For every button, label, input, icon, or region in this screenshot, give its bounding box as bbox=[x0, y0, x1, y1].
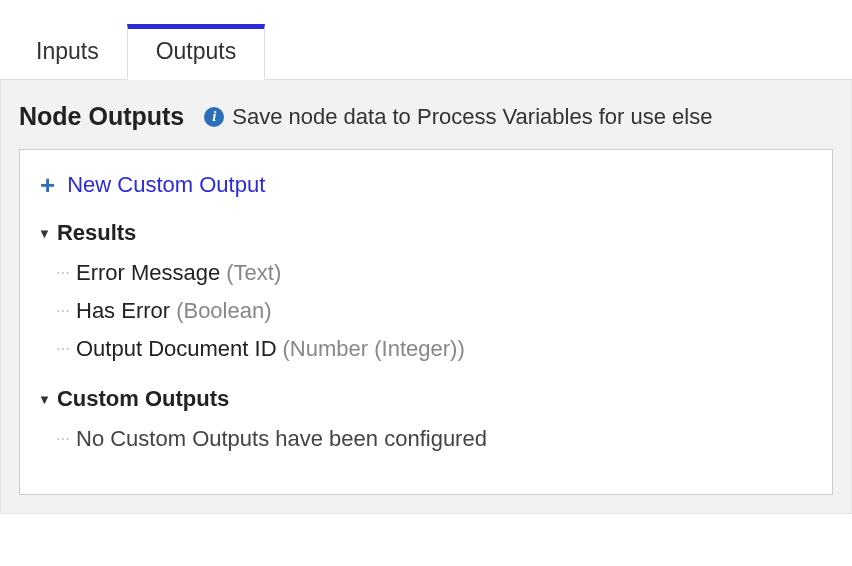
custom-outputs-empty-text: No Custom Outputs have been configured bbox=[76, 426, 487, 452]
result-item-output-document-id[interactable]: Output Document ID (Number (Integer)) bbox=[44, 330, 814, 368]
panel-header: Node Outputs i Save node data to Process… bbox=[1, 80, 851, 149]
tree-branch-icon bbox=[56, 265, 68, 281]
result-item-has-error[interactable]: Has Error (Boolean) bbox=[44, 292, 814, 330]
tab-outputs[interactable]: Outputs bbox=[127, 24, 266, 80]
plus-icon: + bbox=[40, 172, 55, 198]
tree-branch-icon bbox=[56, 431, 68, 447]
custom-outputs-items: No Custom Outputs have been configured bbox=[44, 420, 814, 458]
node-outputs-panel: Node Outputs i Save node data to Process… bbox=[0, 80, 852, 514]
result-item-label: Error Message bbox=[76, 260, 220, 286]
custom-outputs-empty: No Custom Outputs have been configured bbox=[44, 420, 814, 458]
results-items: Error Message (Text) Has Error (Boolean)… bbox=[44, 254, 814, 368]
custom-outputs-section: ▼ Custom Outputs No Custom Outputs have … bbox=[38, 386, 814, 458]
tree-branch-icon bbox=[56, 341, 68, 357]
panel-title: Node Outputs bbox=[19, 102, 184, 131]
tree-branch-icon bbox=[56, 303, 68, 319]
results-heading[interactable]: ▼ Results bbox=[38, 220, 814, 246]
info-block: i Save node data to Process Variables fo… bbox=[204, 104, 712, 130]
result-item-type: (Number (Integer)) bbox=[283, 336, 465, 362]
new-custom-output-label: New Custom Output bbox=[67, 172, 265, 198]
result-item-error-message[interactable]: Error Message (Text) bbox=[44, 254, 814, 292]
result-item-label: Output Document ID bbox=[76, 336, 277, 362]
result-item-type: (Text) bbox=[226, 260, 281, 286]
info-icon: i bbox=[204, 107, 224, 127]
result-item-label: Has Error bbox=[76, 298, 170, 324]
caret-down-icon: ▼ bbox=[38, 226, 51, 241]
new-custom-output-button[interactable]: + New Custom Output bbox=[40, 172, 814, 198]
caret-down-icon: ▼ bbox=[38, 392, 51, 407]
custom-outputs-heading-label: Custom Outputs bbox=[57, 386, 229, 412]
info-text: Save node data to Process Variables for … bbox=[232, 104, 712, 130]
tab-inputs[interactable]: Inputs bbox=[8, 24, 127, 79]
tab-bar: Inputs Outputs bbox=[0, 0, 852, 80]
outputs-content: + New Custom Output ▼ Results Error Mess… bbox=[19, 149, 833, 495]
result-item-type: (Boolean) bbox=[176, 298, 271, 324]
results-section: ▼ Results Error Message (Text) Has Error… bbox=[38, 220, 814, 368]
custom-outputs-heading[interactable]: ▼ Custom Outputs bbox=[38, 386, 814, 412]
results-heading-label: Results bbox=[57, 220, 136, 246]
